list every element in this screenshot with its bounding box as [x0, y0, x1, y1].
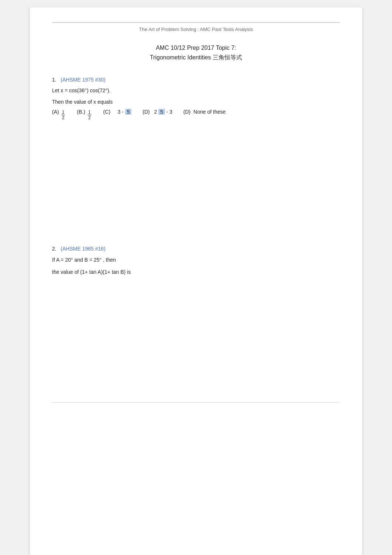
problem-1-link[interactable]: (AHSME 1975 #30) — [61, 77, 105, 83]
choice-D-label: (D) — [142, 109, 149, 115]
choice-A-fraction: 1 2 — [61, 110, 65, 120]
problem-2-statement-line2: the value of (1+ tan A)(1+ tan B) is — [52, 268, 340, 277]
site-title: The Art of Problem Solving : AMC Past Te… — [52, 27, 340, 32]
problem-1-statement: Let x = cos(36°) cos(72°). — [52, 86, 340, 94]
spacer-2 — [52, 292, 340, 395]
choice-E: (D) None of these — [183, 109, 226, 115]
choice-E-label: (D) — [183, 109, 190, 115]
problem-1-section: 1. (AHSME 1975 #30) Let x = cos(36°) cos… — [52, 77, 340, 120]
title-line1: AMC 10/12 Prep 2017 Topic 7: — [52, 43, 340, 53]
problem-1-question: Then the value of x equals — [52, 98, 340, 106]
sqrt5-highlight-2: 5 — [158, 109, 165, 115]
document-title: AMC 10/12 Prep 2017 Topic 7: Trigonometr… — [52, 43, 340, 62]
choice-C: (C) 3 - 5 — [103, 109, 132, 115]
problem-2-number: 2. (AHSME 1985 #16) — [52, 246, 340, 252]
problem-1-choices: (A) 1 2 (B.) 1 2 (C) 3 - 5 — [52, 109, 340, 120]
problem-2-section: 2. (AHSME 1985 #16) If A = 20° and B = 2… — [52, 246, 340, 277]
spacer-1 — [52, 135, 340, 246]
spacer-3 — [52, 403, 340, 550]
choice-D-value: 2 5 - 3 — [154, 109, 172, 115]
problem-2-link[interactable]: (AHSME 1985 #16) — [61, 246, 105, 252]
choice-D: (D) 2 5 - 3 — [142, 109, 172, 115]
page-container: The Art of Problem Solving : AMC Past Te… — [30, 7, 362, 555]
choice-C-value: 3 - 5 — [118, 109, 132, 115]
sqrt5-highlight: 5 — [125, 109, 131, 115]
problem-1-number: 1. (AHSME 1975 #30) — [52, 77, 340, 83]
problem-2-statement-line1: If A = 20° and B = 25° , then — [52, 255, 340, 265]
choice-E-value: None of these — [193, 109, 226, 115]
choice-C-label: (C) — [103, 109, 110, 115]
choice-B-fraction: 1 2 — [87, 110, 92, 120]
choice-A: (A) 1 2 — [52, 109, 66, 120]
choice-B: (B.) 1 2 — [77, 109, 92, 120]
choice-B-label: (B.) — [77, 109, 85, 115]
choice-A-label: (A) — [52, 109, 59, 115]
title-line2: Trigonometric Identities 三角恒等式 — [52, 53, 340, 62]
top-border — [52, 22, 340, 23]
